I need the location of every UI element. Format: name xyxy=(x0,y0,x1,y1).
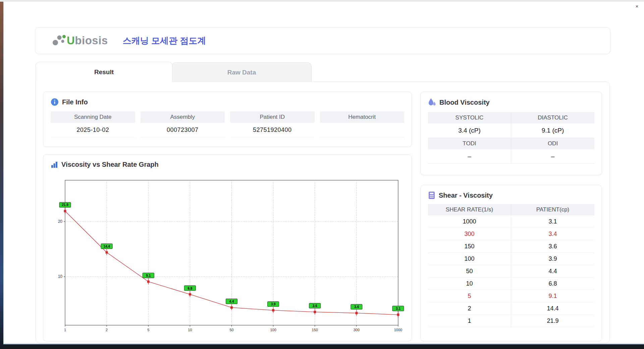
file-info-card: File Info Scanning Date 2025-10-02 Assem… xyxy=(43,92,412,147)
graph-card: Viscosity vs Shear Rate Graph 1020125105… xyxy=(43,154,412,341)
table-row: 150 3.6 xyxy=(428,240,594,253)
field-label: Scanning Date xyxy=(51,111,135,123)
blood-viscosity-table: SYSTOLIC DIASTOLIC 3.4 (cP) 9.1 (cP) TOD… xyxy=(428,112,594,164)
field-value: 2025-10-02 xyxy=(51,123,135,137)
graph-title: Viscosity vs Shear Rate Graph xyxy=(61,161,159,168)
svg-text:9.1: 9.1 xyxy=(146,274,151,278)
patient-value: 14.4 xyxy=(511,302,594,314)
tab-result[interactable]: Result xyxy=(36,62,172,82)
systolic-header: SYSTOLIC xyxy=(428,112,511,123)
field-value: 000723007 xyxy=(141,123,225,137)
table-row: 2 14.4 xyxy=(428,302,594,315)
patient-value: 3.1 xyxy=(511,215,594,228)
shear-rate-value: 2 xyxy=(428,302,511,314)
svg-text:20: 20 xyxy=(58,219,63,224)
shear-rate-value: 1000 xyxy=(428,215,511,228)
shear-rate-value: 50 xyxy=(428,265,511,277)
patient-value: 3.6 xyxy=(511,240,594,252)
svg-text:14.4: 14.4 xyxy=(103,245,110,248)
table-icon xyxy=(428,191,435,199)
svg-text:300: 300 xyxy=(354,328,360,332)
blood-viscosity-title-row: Blood Viscosity xyxy=(428,98,602,107)
patient-value: 4.4 xyxy=(511,265,594,277)
table-row: 100 3.9 xyxy=(428,253,594,265)
svg-text:3.6: 3.6 xyxy=(313,304,317,308)
table-row: 10 6.8 xyxy=(428,278,594,290)
blood-viscosity-card: Blood Viscosity SYSTOLIC DIASTOLIC 3.4 (… xyxy=(420,92,602,175)
shear-rate-value: 150 xyxy=(428,240,511,252)
file-info-title: File Info xyxy=(62,98,88,106)
viscosity-chart: 10201251050100150300100021.914.49.16.84.… xyxy=(53,178,406,336)
svg-text:6.8: 6.8 xyxy=(187,287,192,290)
patient-value: 3.9 xyxy=(511,253,594,265)
logo-leaf-icon xyxy=(51,33,67,48)
page-title: 스캐닝 모세관 점도계 xyxy=(123,35,206,47)
main-panel: File Info Scanning Date 2025-10-02 Assem… xyxy=(36,82,610,343)
table-row: 50 4.4 xyxy=(428,265,594,278)
tab-raw-data[interactable]: Raw Data xyxy=(172,62,312,82)
shear-viscosity-title: Shear - Viscosity xyxy=(439,192,493,199)
patient-value: 21.9 xyxy=(511,315,594,327)
field-patient-id: Patient ID 52751920400 xyxy=(230,111,315,137)
shear-rate-column-header: SHEAR RATE(1/s) xyxy=(428,204,511,215)
droplets-icon xyxy=(428,98,436,107)
svg-text:10: 10 xyxy=(58,274,63,279)
patient-column-header: PATIENT(cp) xyxy=(511,204,594,215)
svg-text:3.9: 3.9 xyxy=(271,302,276,306)
info-icon xyxy=(51,98,59,106)
systolic-value: 3.4 (cP) xyxy=(428,123,511,138)
field-scanning-date: Scanning Date 2025-10-02 xyxy=(51,111,135,137)
field-label: Patient ID xyxy=(230,111,315,123)
todi-header: TODI xyxy=(428,138,511,149)
shear-rate-value: 10 xyxy=(428,278,511,290)
logo-text-rest: biosis xyxy=(75,34,108,47)
shear-table-header: SHEAR RATE(1/s) PATIENT(cp) xyxy=(428,204,594,215)
svg-text:5: 5 xyxy=(147,328,149,332)
logo-text-u: U xyxy=(67,34,75,47)
logo-text: Ubiosis xyxy=(67,34,108,47)
file-info-fields: Scanning Date 2025-10-02 Assembly 000723… xyxy=(51,111,404,137)
svg-text:3.1: 3.1 xyxy=(396,307,400,310)
header: Ubiosis 스캐닝 모세관 점도계 xyxy=(35,27,610,54)
shear-rate-value: 5 xyxy=(428,290,511,302)
table-row: 1000 3.1 xyxy=(428,215,594,228)
field-value xyxy=(320,123,405,137)
odi-header: ODI xyxy=(511,138,594,149)
svg-text:50: 50 xyxy=(229,328,233,332)
close-icon[interactable]: × xyxy=(634,3,640,10)
chart-area: 10201251050100150300100021.914.49.16.84.… xyxy=(53,178,406,336)
svg-text:3.4: 3.4 xyxy=(354,305,359,309)
shear-viscosity-title-row: Shear - Viscosity xyxy=(428,191,602,199)
bar-chart-icon xyxy=(51,161,58,168)
svg-text:1000: 1000 xyxy=(394,328,402,332)
file-info-title-row: File Info xyxy=(51,98,412,106)
table-row: 300 3.4 xyxy=(428,228,594,240)
svg-text:10: 10 xyxy=(188,328,192,332)
shear-viscosity-table: SHEAR RATE(1/s) PATIENT(cp) 1000 3.1 300… xyxy=(428,204,594,327)
field-label: Hematocrit xyxy=(320,111,405,123)
field-label: Assembly xyxy=(141,111,225,123)
svg-text:4.4: 4.4 xyxy=(229,300,234,303)
svg-text:1: 1 xyxy=(64,328,66,332)
patient-value: 3.4 xyxy=(511,228,594,240)
field-assembly: Assembly 000723007 xyxy=(141,111,225,137)
table-row: 5 9.1 xyxy=(428,290,594,302)
patient-value: 9.1 xyxy=(511,290,594,302)
shear-rate-value: 100 xyxy=(428,253,511,265)
diastolic-header: DIASTOLIC xyxy=(511,112,594,123)
shear-rate-value: 300 xyxy=(428,228,511,240)
odi-value: – xyxy=(511,149,594,164)
ubiosis-logo: Ubiosis xyxy=(51,33,108,48)
todi-value: – xyxy=(428,149,511,164)
field-hematocrit: Hematocrit xyxy=(320,111,405,137)
diastolic-value: 9.1 (cP) xyxy=(511,123,594,138)
svg-text:150: 150 xyxy=(312,328,318,332)
table-row: 1 21.9 xyxy=(428,315,594,327)
app-window: × Ubiosis 스캐닝 모세관 점도계 Result Raw Data xyxy=(3,2,644,344)
patient-value: 6.8 xyxy=(511,278,594,290)
svg-text:100: 100 xyxy=(270,328,276,332)
graph-title-row: Viscosity vs Shear Rate Graph xyxy=(51,161,412,168)
svg-text:2: 2 xyxy=(106,328,108,332)
field-value: 52751920400 xyxy=(230,123,315,137)
blood-viscosity-title: Blood Viscosity xyxy=(439,99,490,106)
